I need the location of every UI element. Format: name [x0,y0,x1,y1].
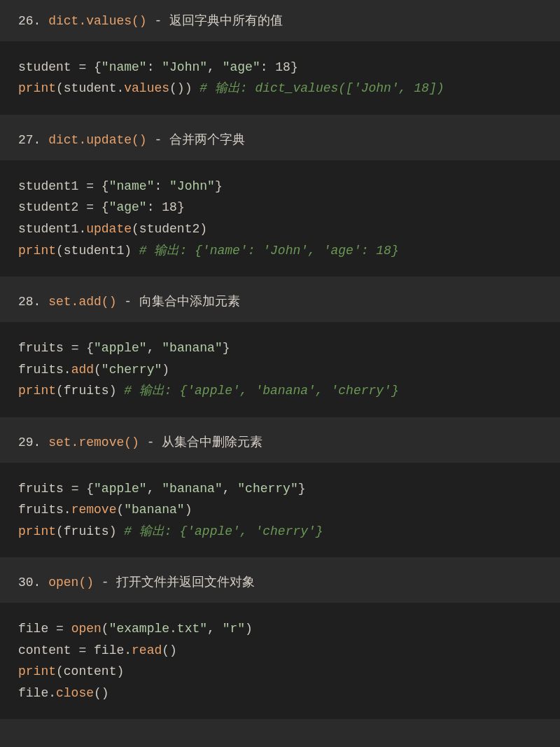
code-token: , [207,60,223,74]
code-token: "age" [109,200,147,214]
code-token: : [147,60,162,74]
code-token: ( [116,503,124,517]
code-token: = [78,643,94,657]
code-line: content = file.read() [18,640,542,662]
code-token: # 输出: dict_values(['John', 18]) [200,81,444,95]
code-token: { [86,341,94,355]
code-block: student1 = {"name": "John"}student2 = {"… [0,160,560,277]
code-token: = [71,482,87,496]
code-line: fruits.add("cherry") [18,359,542,381]
code-token: fruits. [18,363,71,377]
code-token: } [290,60,298,74]
code-token: # 输出: {'apple', 'cherry'} [124,524,323,538]
code-line: print(fruits) # 输出: {'apple', 'banana', … [18,380,542,402]
heading-description: - 打开文件并返回文件对象 [94,575,255,589]
code-token: () [162,643,177,657]
code-token: } [298,482,306,496]
code-token: "example.txt" [109,622,207,636]
code-token: (student. [56,81,124,95]
code-token: , [207,622,223,636]
code-line: student = {"name": "John", "age": 18} [18,57,542,78]
code-block: fruits = {"apple", "banana", "cherry"}fr… [0,463,560,558]
code-token: file. [94,643,132,657]
heading-function: dict.values() [48,14,146,28]
section-heading: 29. set.remove() - 从集合中删除元素 [0,426,560,463]
heading-function: set.add() [48,295,116,309]
code-token: ( [94,363,102,377]
section-heading: 28. set.add() - 向集合中添加元素 [0,285,560,322]
code-token: # 输出: {'apple', 'banana', 'cherry'} [124,384,398,398]
code-token: { [86,482,94,496]
code-token: fruits. [18,503,71,517]
code-line: print(fruits) # 输出: {'apple', 'cherry'} [18,521,542,543]
code-line: file = open("example.txt", "r") [18,618,542,640]
heading-number: 27. [18,133,48,147]
heading-number: 28. [18,295,48,309]
section-heading: 27. dict.update() - 合并两个字典 [0,123,560,160]
code-token: read [132,643,162,657]
code-line: fruits.remove("banana") [18,499,542,521]
code-token: (fruits) [56,384,124,398]
doc-section: 26. dict.values() - 返回字典中所有的值student = {… [0,0,560,119]
code-block: student = {"name": "John", "age": 18}pri… [0,41,560,115]
doc-section: 30. open() - 打开文件并返回文件对象file = open("exa… [0,561,560,723]
doc-section: 28. set.add() - 向集合中添加元素fruits = {"apple… [0,281,560,421]
code-token: open [71,622,102,636]
code-token: content [18,643,78,657]
code-token: } [215,179,223,193]
code-token: update [86,222,132,236]
code-token: print [18,524,56,538]
code-token: ) [162,363,169,377]
heading-function: dict.update() [48,133,146,147]
code-token: (student1) [56,244,139,258]
code-token: close [56,686,94,700]
code-token: "name" [109,179,155,193]
code-token: "banana" [162,341,222,355]
code-token: print [18,244,56,258]
code-token: student1 [18,179,86,193]
code-token: } [177,200,185,214]
code-token: , [223,482,238,496]
code-token: (content) [56,664,124,678]
code-token: student1. [18,222,86,236]
code-block: fruits = {"apple", "banana"}fruits.add("… [0,322,560,417]
code-token: "John" [162,60,207,74]
heading-description: - 返回字典中所有的值 [147,14,283,28]
code-token: { [94,60,102,74]
code-token: values [124,81,169,95]
code-token: = [71,341,87,355]
code-token: = [78,60,94,74]
code-token: , [147,482,162,496]
code-line: fruits = {"apple", "banana", "cherry"} [18,478,542,500]
code-token: = [86,200,102,214]
code-token: (student2) [132,222,207,236]
code-line: student1.update(student2) [18,218,542,240]
code-token: file [18,622,56,636]
code-token: 18 [275,60,290,74]
code-token: # 输出: {'name': 'John', 'age': 18} [139,244,399,258]
code-token: : [154,179,169,193]
code-token: , [147,341,162,355]
code-token: "cherry" [237,482,298,496]
section-heading: 26. dict.values() - 返回字典中所有的值 [0,4,560,41]
code-token: 18 [162,200,177,214]
code-block: file = open("example.txt", "r")content =… [0,603,560,719]
code-token: = [86,179,102,193]
code-token: fruits [18,482,71,496]
code-token: "cherry" [102,363,162,377]
code-token: ) [185,503,192,517]
code-line: student1 = {"name": "John"} [18,176,542,197]
code-token: = [56,622,71,636]
code-token: add [71,363,94,377]
code-token: "banana" [124,503,184,517]
heading-description: - 向集合中添加元素 [116,295,239,309]
code-token: ) [245,622,253,636]
code-line: student2 = {"age": 18} [18,197,542,218]
code-token: fruits [18,341,71,355]
code-line: print(student.values()) # 输出: dict_value… [18,78,542,99]
code-token: : [260,60,276,74]
doc-section: 27. dict.update() - 合并两个字典student1 = {"n… [0,119,560,281]
code-token: "age" [223,60,260,74]
code-token: "banana" [162,482,222,496]
code-token: "name" [102,60,147,74]
